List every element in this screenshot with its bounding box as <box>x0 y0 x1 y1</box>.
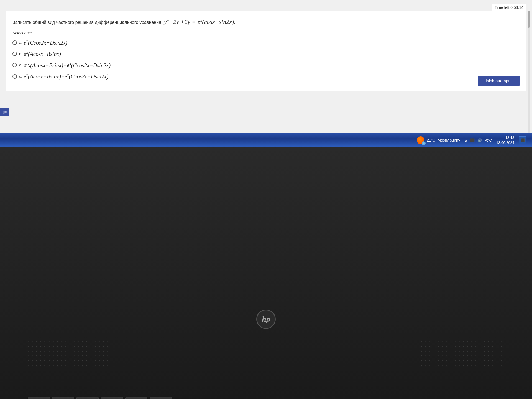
tray-language[interactable]: РУС <box>485 138 492 142</box>
speaker-dot <box>28 351 29 352</box>
speaker-dot <box>488 355 489 356</box>
speaker-dot <box>53 351 54 352</box>
speaker-dot <box>501 365 502 366</box>
speaker-dot <box>103 360 104 361</box>
speaker-dot <box>471 360 472 361</box>
radio-d[interactable] <box>12 74 17 79</box>
key-f11[interactable]: f11 ▶▶| <box>101 397 123 399</box>
speaker-dot <box>459 346 460 347</box>
speaker-dot <box>451 360 451 361</box>
speaker-dot <box>28 360 29 361</box>
tray-volume-icon[interactable]: 🔊 <box>477 138 482 142</box>
speaker-dot <box>36 355 37 356</box>
speaker-dot <box>57 351 58 352</box>
speaker-dot <box>501 341 502 342</box>
speaker-dot <box>501 351 502 352</box>
option-d[interactable]: d. ex(Acosx+Bsinx)+ex(Ccos2x+Dsin2x) <box>12 73 520 80</box>
radio-c[interactable] <box>12 63 17 67</box>
tray-arrow-icon[interactable]: ∧ <box>465 138 467 142</box>
left-nav-tab[interactable]: ge <box>0 108 9 116</box>
speaker-dot <box>99 341 100 342</box>
speaker-dot <box>421 346 422 347</box>
speaker-dot <box>78 351 79 352</box>
question-instruction: Записать общий вид частного решения дифф… <box>12 17 520 26</box>
speaker-dot <box>32 351 33 352</box>
speaker-dot <box>74 346 75 347</box>
question-box: Записать общий вид частного решения дифф… <box>6 11 526 91</box>
speaker-dot <box>492 365 493 366</box>
key-f8[interactable]: f8 ◀◀ <box>28 397 50 399</box>
speaker-left <box>28 341 111 369</box>
options-list: a. ex(Ccos2x+Dsin2x) b. ex(Acosx+Bsinx) … <box>12 39 520 80</box>
speaker-dot <box>28 365 29 366</box>
speaker-dot <box>70 351 70 352</box>
speaker-dot <box>53 355 54 356</box>
speaker-dot <box>40 360 41 361</box>
speaker-dot <box>471 346 472 347</box>
speaker-dot <box>501 346 502 347</box>
speaker-dot <box>442 341 443 342</box>
key-prtsc[interactable]: ins prt sc <box>150 397 172 399</box>
speaker-dot <box>91 351 91 352</box>
speaker-dot <box>492 346 493 347</box>
speaker-dot <box>91 346 91 347</box>
speaker-dot <box>484 351 485 352</box>
speaker-dot <box>429 360 430 361</box>
speaker-dot <box>442 360 443 361</box>
radio-a[interactable] <box>12 40 17 45</box>
speaker-dot <box>501 355 502 356</box>
time-display: 18:43 <box>496 135 514 140</box>
speaker-dot <box>40 346 41 347</box>
speaker-dot <box>57 346 58 347</box>
speaker-dot <box>57 360 58 361</box>
finish-attempt-button[interactable]: Finish attempt ... <box>478 76 520 86</box>
speaker-dot <box>467 351 468 352</box>
speaker-dot <box>91 360 91 361</box>
speaker-dot <box>82 355 83 356</box>
speaker-dot <box>484 365 485 366</box>
speaker-dot <box>480 365 480 366</box>
speaker-dot <box>74 341 75 342</box>
speaker-dot <box>49 355 50 356</box>
speaker-dot <box>107 351 108 352</box>
speaker-dot <box>99 355 100 356</box>
speaker-dot <box>78 346 79 347</box>
speaker-dot <box>484 346 485 347</box>
speaker-dot <box>442 351 443 352</box>
speaker-dot <box>446 355 447 356</box>
speaker-dot <box>438 355 439 356</box>
speaker-dot <box>492 360 493 361</box>
taskbar-right-button[interactable]: ⬛ <box>519 136 526 144</box>
key-f10[interactable]: f10 ▶|| <box>76 397 99 399</box>
speaker-dot <box>82 341 83 342</box>
radio-b[interactable] <box>12 52 17 56</box>
speaker-dot <box>429 355 430 356</box>
weather-icon <box>417 136 424 144</box>
speaker-dot <box>32 365 33 366</box>
date-display: 13.06.2024 <box>496 140 514 145</box>
speaker-dot <box>53 365 54 366</box>
speaker-dot <box>446 346 447 347</box>
key-f12[interactable]: f12 → <box>125 397 147 399</box>
speaker-dot <box>65 346 66 347</box>
speaker-dot <box>429 351 430 352</box>
speaker-dot <box>446 360 447 361</box>
key-f9[interactable]: f9 |◀◀ <box>52 397 74 399</box>
speaker-dot <box>49 351 50 352</box>
speaker-dot <box>488 360 489 361</box>
speaker-dot <box>459 360 460 361</box>
option-b[interactable]: b. ex(Acosx+Bsinx) <box>12 50 520 57</box>
scrollbar-thumb[interactable] <box>528 11 530 28</box>
speaker-dot <box>421 351 422 352</box>
option-b-math: ex(Acosx+Bsinx) <box>24 50 61 57</box>
option-c[interactable]: c. exx(Acosx+Bsinx)+ex(Ccos2x+Dsin2x) <box>12 62 520 69</box>
speaker-dot <box>44 346 45 347</box>
speaker-dot <box>421 355 422 356</box>
speaker-dot <box>497 351 497 352</box>
speaker-dot <box>28 346 29 347</box>
scrollbar[interactable] <box>528 11 530 133</box>
speaker-dot <box>434 365 434 366</box>
speaker-dot <box>463 355 464 356</box>
option-a[interactable]: a. ex(Ccos2x+Dsin2x) <box>12 39 520 46</box>
speaker-dot <box>44 351 45 352</box>
